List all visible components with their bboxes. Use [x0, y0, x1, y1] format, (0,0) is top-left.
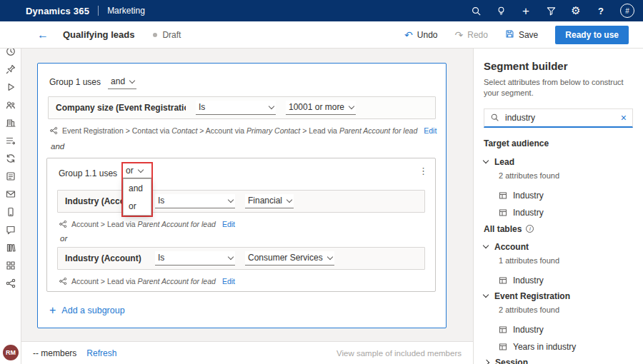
app-name[interactable]: Marketing	[107, 6, 145, 16]
redo-icon	[455, 30, 464, 40]
sync-icon[interactable]	[5, 153, 16, 164]
building-icon[interactable]	[5, 117, 16, 128]
group-joiner: or	[60, 234, 67, 243]
help-icon[interactable]	[595, 5, 607, 16]
chevron-down-icon	[137, 166, 143, 172]
lightbulb-icon[interactable]	[495, 5, 507, 16]
chevron-down-icon	[228, 196, 234, 202]
operator-dropdown-menu: and or	[123, 178, 151, 216]
value-text: 10001 or more	[289, 102, 344, 112]
value-text: Consumer Services	[248, 253, 323, 263]
app-window: Dynamics 365 Marketing Qualifying leads	[0, 0, 643, 364]
attribute-label: Industry	[513, 325, 544, 335]
table-icon	[499, 191, 507, 200]
group1-label: Group 1 uses	[49, 77, 101, 87]
ready-to-use-button[interactable]: Ready to use	[555, 26, 629, 44]
status-badge: Draft	[153, 30, 181, 40]
chat-icon[interactable]	[5, 224, 16, 236]
condition-attribute: Industry (Account)	[65, 253, 145, 263]
add-subgroup-label: Add a subgroup	[61, 305, 124, 315]
edit-link[interactable]: Edit	[424, 126, 437, 135]
condition-value-select[interactable]: Financial	[245, 194, 294, 208]
save-icon	[505, 29, 514, 40]
table-icon	[499, 325, 507, 334]
status-dot-icon	[153, 33, 157, 37]
members-count: -- members	[33, 348, 76, 358]
phone-icon[interactable]	[5, 206, 16, 218]
refresh-link[interactable]: Refresh	[86, 348, 116, 358]
menu-item-or[interactable]: or	[124, 197, 151, 215]
share-icon[interactable]	[5, 278, 16, 289]
segment-canvas: Group 1 uses and Company size (Event Reg…	[21, 49, 473, 341]
attribute-item[interactable]: Industry	[499, 272, 633, 289]
mail-icon[interactable]	[5, 188, 16, 200]
grid-icon[interactable]	[5, 260, 16, 271]
relationship-icon	[49, 126, 58, 135]
attribute-label: Years in industry	[513, 342, 576, 352]
topbar-actions	[470, 4, 634, 18]
settings-icon[interactable]	[570, 5, 582, 16]
info-icon[interactable]	[526, 225, 534, 233]
operator-value: Is	[158, 196, 164, 206]
group11-operator-value: or	[126, 166, 134, 176]
tree-node-lead[interactable]: Lead	[484, 155, 633, 169]
attribute-item[interactable]: Industry	[499, 187, 633, 204]
attribute-item[interactable]: Years in industry	[499, 338, 633, 355]
save-button[interactable]: Save	[505, 29, 538, 40]
tree-node-session[interactable]: Session	[484, 355, 633, 364]
group11-label: Group 1.1 uses	[59, 168, 117, 178]
topbar-left: Dynamics 365 Marketing	[26, 6, 145, 16]
footer-bar: -- members Refresh View sample of includ…	[21, 341, 473, 364]
more-options-icon[interactable]	[419, 166, 428, 176]
redo-button[interactable]: Redo	[455, 30, 488, 40]
tree-node-account[interactable]: Account	[484, 240, 633, 254]
books-icon[interactable]	[5, 242, 16, 253]
add-subgroup-button[interactable]: Add a subgroup	[49, 305, 125, 316]
view-sample-label[interactable]: View sample of included members	[337, 349, 462, 358]
brand-logo[interactable]: Dynamics 365	[26, 6, 89, 16]
search-icon[interactable]	[470, 5, 482, 16]
table-icon	[499, 276, 507, 285]
attribute-label: Industry	[513, 275, 544, 285]
condition-operator-select[interactable]: Is	[155, 194, 235, 208]
tree-node-event-registration[interactable]: Event Registration	[484, 289, 633, 303]
profile-badge[interactable]	[620, 4, 634, 18]
edit-link[interactable]: Edit	[222, 220, 235, 228]
plus-icon	[49, 305, 56, 316]
table-icon	[499, 208, 507, 217]
chevron-right-icon	[484, 360, 489, 364]
attributes-found-count: 2 attributes found	[499, 171, 633, 182]
attribute-item[interactable]: Industry	[499, 204, 633, 221]
people-icon[interactable]	[5, 99, 16, 111]
relationship-icon	[59, 220, 67, 228]
relationship-path: Event Registration > Contact via Contact…	[49, 126, 437, 135]
list-icon[interactable]	[5, 135, 16, 146]
chevron-down-icon	[269, 103, 274, 108]
add-icon[interactable]	[520, 5, 532, 16]
operator-value: Is	[199, 102, 205, 112]
menu-item-and[interactable]: and	[124, 179, 151, 197]
attribute-label: Industry	[513, 191, 544, 201]
subgroup-box: Group 1.1 uses or and or Industry (Accou…	[46, 158, 436, 292]
group1-operator-select[interactable]: and	[108, 75, 136, 89]
undo-button[interactable]: Undo	[404, 30, 437, 40]
condition-value-select[interactable]: Consumer Services	[245, 251, 334, 266]
edit-link[interactable]: Edit	[222, 277, 235, 285]
condition-operator-select[interactable]: Is	[155, 251, 235, 266]
condition-value-select[interactable]: 10001 or more	[286, 101, 356, 115]
command-actions: Undo Redo Save Ready to use	[404, 26, 629, 44]
group11-operator-select[interactable]: or	[123, 164, 151, 178]
pin-icon[interactable]	[5, 64, 16, 75]
user-avatar[interactable]: RM	[3, 345, 19, 360]
clear-search-icon[interactable]	[621, 113, 627, 123]
chevron-down-icon	[286, 196, 292, 202]
play-icon[interactable]	[5, 81, 16, 93]
back-icon[interactable]	[37, 29, 49, 41]
attributes-found-count: 2 attributes found	[499, 305, 633, 316]
note-icon[interactable]	[5, 171, 16, 182]
attribute-item[interactable]: Industry	[499, 321, 633, 338]
relationship-path: Account > Lead via Parent Account for le…	[59, 277, 235, 285]
filter-icon[interactable]	[545, 5, 557, 16]
condition-operator-select[interactable]: Is	[196, 101, 276, 115]
search-input[interactable]	[505, 113, 615, 123]
